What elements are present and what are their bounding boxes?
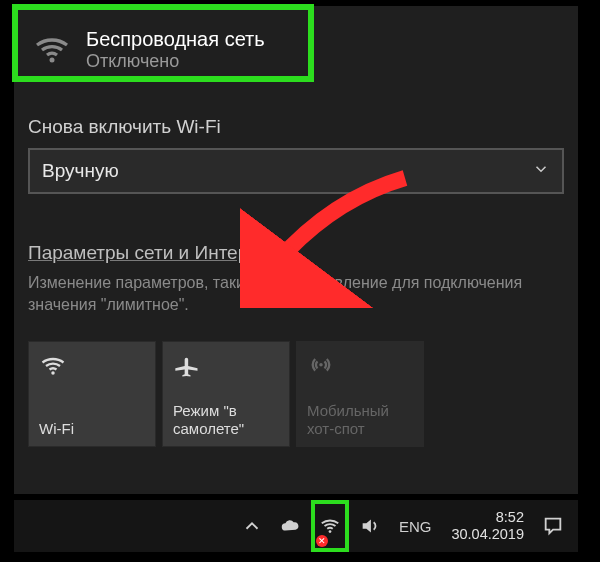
tile-hotspot: Мобильный хот-спот [296, 341, 424, 447]
taskbar: ENG 8:52 30.04.2019 [14, 500, 578, 552]
tile-airplane[interactable]: Режим "в самолете" [162, 341, 290, 447]
network-flyout: Беспроводная сеть Отключено Снова включи… [14, 6, 578, 494]
tile-label: Мобильный хот-спот [307, 402, 413, 438]
tray-network-icon[interactable] [311, 500, 349, 552]
svg-point-3 [329, 530, 332, 533]
svg-point-2 [319, 363, 323, 367]
wifi-status: Отключено [86, 51, 265, 72]
reconnect-label: Снова включить Wi-Fi [28, 116, 564, 138]
svg-point-0 [50, 58, 55, 63]
action-center-icon[interactable] [536, 500, 570, 552]
chevron-down-icon [532, 160, 550, 182]
tray-overflow-button[interactable] [235, 500, 269, 552]
wifi-title: Беспроводная сеть [86, 28, 265, 51]
wifi-text: Беспроводная сеть Отключено [86, 28, 265, 72]
airplane-icon [173, 352, 279, 384]
hotspot-icon [307, 352, 413, 384]
onedrive-icon[interactable] [273, 500, 307, 552]
wifi-status-row[interactable]: Беспроводная сеть Отключено [28, 18, 564, 82]
language-indicator[interactable]: ENG [391, 500, 440, 552]
tile-wifi[interactable]: Wi-Fi [28, 341, 156, 447]
error-badge-icon [316, 535, 328, 547]
tray-clock[interactable]: 8:52 30.04.2019 [443, 500, 532, 552]
wifi-icon [32, 30, 72, 70]
svg-point-1 [51, 371, 55, 375]
network-settings-desc: Изменение параметров, таких как установл… [28, 272, 564, 315]
wifi-icon [39, 352, 145, 384]
tile-label: Wi-Fi [39, 420, 145, 438]
clock-date: 30.04.2019 [451, 526, 524, 543]
reconnect-dropdown[interactable]: Вручную [28, 148, 564, 194]
clock-time: 8:52 [451, 509, 524, 526]
tile-label: Режим "в самолете" [173, 402, 279, 438]
dropdown-selected: Вручную [42, 160, 119, 182]
network-settings-link[interactable]: Параметры сети и Интернет [28, 242, 277, 264]
quick-action-tiles: Wi-Fi Режим "в самолете" Мобильный хот-с… [28, 341, 564, 447]
volume-icon[interactable] [353, 500, 387, 552]
